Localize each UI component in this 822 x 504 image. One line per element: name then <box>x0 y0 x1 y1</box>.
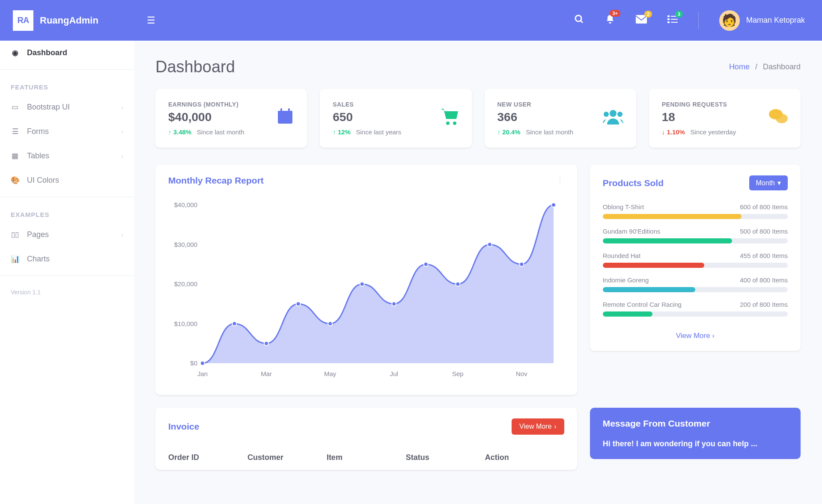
tasks-button[interactable]: 3 <box>667 15 678 26</box>
svg-rect-7 <box>671 19 678 20</box>
column-header: Status <box>406 453 485 462</box>
monthly-recap-card: Monthly Recap Report ⋯ $0$10,000$20,000$… <box>155 165 577 395</box>
calendar-icon <box>276 107 294 130</box>
divider <box>0 276 134 276</box>
svg-text:Nov: Nov <box>516 370 527 377</box>
svg-point-37 <box>392 302 396 306</box>
stat-label: PENDING REQUESTS <box>662 101 769 108</box>
product-name: Remote Control Car Racing <box>603 301 682 308</box>
table-header-row: Order ID Customer Item Status Action <box>155 445 577 470</box>
svg-text:$40,000: $40,000 <box>174 201 197 208</box>
period-dropdown[interactable]: Month ▾ <box>749 175 788 190</box>
stat-value: $40,000 <box>168 110 276 124</box>
column-header: Customer <box>247 453 327 462</box>
svg-text:$30,000: $30,000 <box>174 241 197 248</box>
notifications-badge: 3+ <box>610 10 620 17</box>
chevron-right-icon: › <box>121 128 123 135</box>
stat-label: SALES <box>333 101 440 108</box>
sidebar-item-label: Tables <box>27 151 49 160</box>
svg-point-36 <box>360 282 364 286</box>
svg-rect-12 <box>288 108 290 113</box>
view-more-link[interactable]: View More › <box>590 325 801 351</box>
svg-point-33 <box>264 341 268 346</box>
stat-label: NEW USER <box>497 101 603 108</box>
svg-rect-3 <box>667 15 670 17</box>
progress-bar <box>603 214 788 219</box>
form-icon: ☰ <box>11 127 19 136</box>
brand-logo: RA <box>13 10 33 31</box>
sidebar-toggle-button[interactable]: ☰ <box>147 15 155 26</box>
svg-point-19 <box>776 114 788 123</box>
product-count: 600 of 800 Items <box>740 203 788 210</box>
stat-change: ↑ 3.48% Since last month <box>168 128 276 136</box>
breadcrumb-home-link[interactable]: Home <box>729 62 750 71</box>
sidebar-item-pages[interactable]: ▯▯ Pages › <box>0 222 134 247</box>
stat-card-2: NEW USER 366 ↑ 20.4% Since last month <box>485 89 636 148</box>
table-icon: ▦ <box>11 151 19 160</box>
card-title: Monthly Recap Report <box>168 175 264 186</box>
messages-button[interactable]: 2 <box>636 15 647 26</box>
svg-point-34 <box>296 302 301 306</box>
svg-point-0 <box>575 15 581 21</box>
sidebar-item-forms[interactable]: ☰ Forms › <box>0 119 134 144</box>
card-menu-button[interactable]: ⋯ <box>555 177 566 184</box>
topbar: ☰ 3+ 2 3 🧑 <box>134 0 822 41</box>
sidebar-item-label: UI Colors <box>27 176 59 185</box>
palette-icon: 🎨 <box>11 176 19 185</box>
svg-point-13 <box>446 122 450 125</box>
product-count: 200 of 800 Items <box>740 301 788 308</box>
svg-point-40 <box>488 243 492 247</box>
svg-text:$20,000: $20,000 <box>174 280 197 288</box>
progress-bar <box>603 287 788 292</box>
product-row: Indomie Goreng400 of 800 Items <box>590 276 801 301</box>
version-text: Version 1.1 <box>0 280 134 304</box>
sidebar-item-ui-colors[interactable]: 🎨 UI Colors <box>0 168 134 193</box>
product-count: 455 of 800 Items <box>740 252 788 259</box>
brand[interactable]: RA RuangAdmin <box>0 0 134 41</box>
columns-icon: ▯▯ <box>11 230 19 239</box>
product-count: 500 of 800 Items <box>740 228 788 235</box>
view-more-button[interactable]: View More › <box>512 418 564 435</box>
product-row: Remote Control Car Racing200 of 800 Item… <box>590 301 801 325</box>
message-preview[interactable]: Hi there! I am wondering if you can help… <box>603 439 788 448</box>
username: Maman Ketoprak <box>746 16 805 25</box>
svg-point-31 <box>200 361 205 365</box>
brand-name: RuangAdmin <box>40 15 98 26</box>
comments-icon <box>769 108 788 129</box>
svg-text:$10,000: $10,000 <box>174 320 197 327</box>
svg-line-1 <box>581 21 583 23</box>
notifications-button[interactable]: 3+ <box>605 14 615 27</box>
svg-point-15 <box>610 110 616 117</box>
product-row: Rounded Hat455 of 800 Items <box>590 252 801 276</box>
user-menu[interactable]: 🧑 Maman Ketoprak <box>719 10 805 31</box>
svg-point-38 <box>424 262 428 267</box>
cart-icon <box>440 108 459 129</box>
svg-point-35 <box>328 322 332 326</box>
svg-point-39 <box>456 282 460 286</box>
message-card: Message From Customer Hi there! I am won… <box>590 408 801 459</box>
sidebar-item-tables[interactable]: ▦ Tables › <box>0 144 134 168</box>
products-sold-card: Products Sold Month ▾ Oblong T-Shirt600 … <box>590 165 801 351</box>
product-name: Rounded Hat <box>603 252 640 259</box>
sidebar-item-charts[interactable]: 📊 Charts <box>0 247 134 271</box>
column-header: Order ID <box>168 453 247 462</box>
sidebar-item-label: Pages <box>27 230 49 239</box>
svg-point-17 <box>617 112 622 117</box>
stat-change: ↑ 12% Since last years <box>333 128 440 136</box>
svg-point-41 <box>519 262 524 267</box>
svg-point-42 <box>551 203 556 207</box>
page-title: Dashboard <box>155 58 235 76</box>
gauge-icon: ◉ <box>11 48 19 57</box>
stat-value: 366 <box>497 110 603 124</box>
sidebar-item-bootstrap-ui[interactable]: ▭ Bootstrap UI › <box>0 95 134 119</box>
svg-point-16 <box>604 112 609 117</box>
column-header: Action <box>485 453 564 462</box>
stat-card-3: PENDING REQUESTS 18 ↓ 1.10% Since yester… <box>649 89 801 148</box>
stat-value: 650 <box>333 110 440 124</box>
invoice-card: Invoice View More › Order ID Customer It… <box>155 408 577 470</box>
sidebar-item-label: Charts <box>27 255 50 264</box>
sidebar: RA RuangAdmin ◉ Dashboard FEATURES ▭ Boo… <box>0 0 134 504</box>
search-button[interactable] <box>574 14 584 27</box>
chart-icon: 📊 <box>11 255 19 264</box>
sidebar-item-dashboard[interactable]: ◉ Dashboard <box>0 41 134 65</box>
